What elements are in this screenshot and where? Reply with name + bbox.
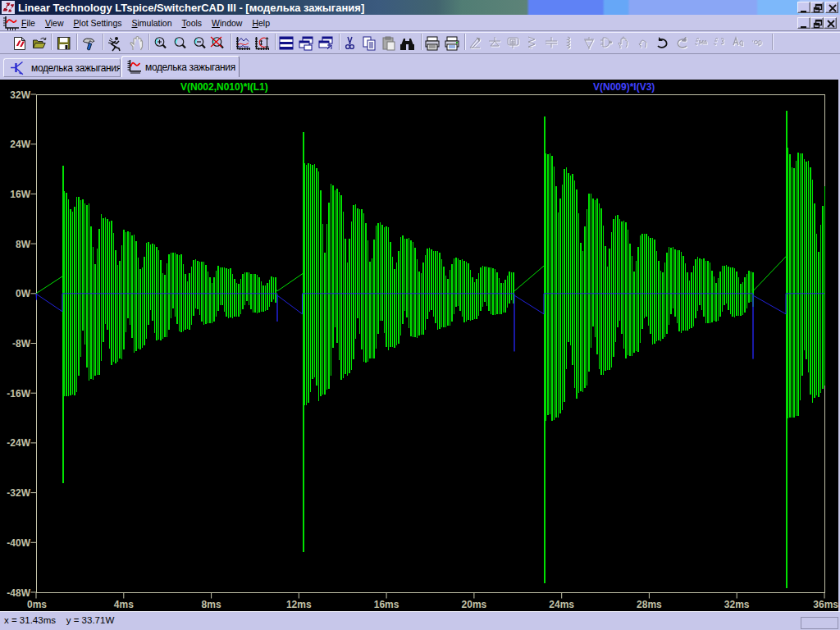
svg-text:-24W: -24W <box>7 437 30 449</box>
svg-text:36ms: 36ms <box>813 599 838 610</box>
svg-text:16ms: 16ms <box>374 599 399 610</box>
svg-text:V(N009)*I(V3): V(N009)*I(V3) <box>593 81 655 93</box>
svg-text:V(N002,N010)*I(L1): V(N002,N010)*I(L1) <box>180 81 268 93</box>
svg-text:-40W: -40W <box>7 537 30 549</box>
svg-text:0ms: 0ms <box>27 599 47 610</box>
svg-text:0W: 0W <box>16 288 31 299</box>
svg-text:4ms: 4ms <box>114 599 134 610</box>
svg-text:8W: 8W <box>16 239 31 250</box>
svg-text:20ms: 20ms <box>462 599 487 610</box>
svg-text:32ms: 32ms <box>724 599 750 610</box>
svg-text:12ms: 12ms <box>286 599 312 610</box>
svg-text:24ms: 24ms <box>549 599 574 610</box>
svg-text:-32W: -32W <box>7 487 30 499</box>
svg-text:32W: 32W <box>10 89 30 101</box>
svg-text:24W: 24W <box>10 139 30 150</box>
svg-text:28ms: 28ms <box>637 599 662 610</box>
svg-text:-48W: -48W <box>7 587 30 599</box>
svg-text:-8W: -8W <box>12 338 31 349</box>
svg-text:8ms: 8ms <box>202 599 221 610</box>
svg-text:-16W: -16W <box>7 388 30 399</box>
svg-text:16W: 16W <box>10 189 30 200</box>
